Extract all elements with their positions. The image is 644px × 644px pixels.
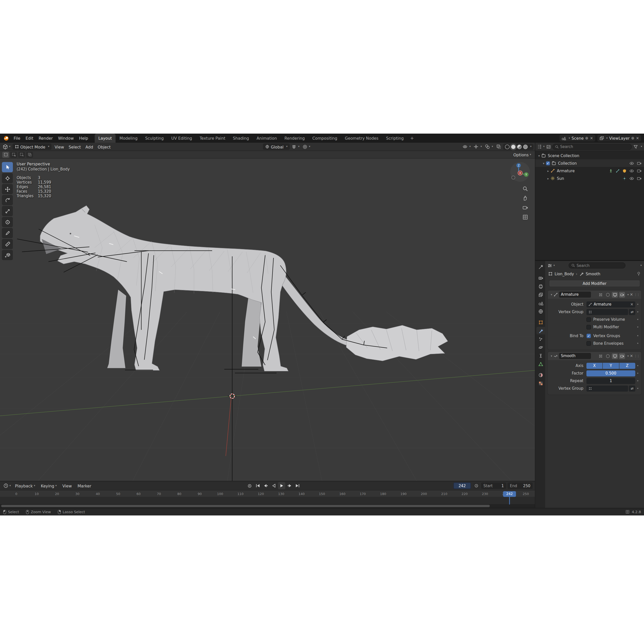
animate-dot[interactable] (635, 373, 640, 374)
workspace-tab[interactable]: Animation (253, 134, 281, 143)
preserve-volume-checkbox[interactable] (586, 317, 591, 322)
transform-orientation-dropdown[interactable]: Global ▾ (263, 143, 290, 150)
measure-tool[interactable] (2, 239, 13, 249)
disclosure-triangle-icon[interactable]: ▾ (537, 154, 541, 157)
cursor-tool[interactable] (2, 173, 13, 183)
menu-item[interactable]: File (11, 134, 23, 143)
animate-dot[interactable] (635, 343, 640, 344)
viewport-menu-item[interactable]: Select (66, 142, 83, 151)
animate-dot[interactable] (635, 388, 640, 389)
overlays-dropdown[interactable]: ▾ (484, 144, 494, 149)
camera-view-icon[interactable] (523, 205, 528, 211)
show-on-cage-toggle[interactable] (598, 292, 604, 298)
workspace-tab[interactable]: Layout (95, 134, 116, 143)
rendered-shading-button[interactable] (523, 144, 528, 149)
workspace-tab[interactable]: Rendering (281, 134, 308, 143)
delete-modifier-icon[interactable]: × (630, 354, 633, 358)
jump-to-start-button[interactable] (254, 482, 261, 489)
timeline-ruler[interactable]: 0102030405060708090100110120130140150160… (0, 490, 535, 497)
panel-expand-icon[interactable]: ▾ (551, 355, 552, 357)
snap-controls[interactable]: ▾ (291, 144, 301, 149)
jump-to-end-button[interactable] (294, 482, 301, 489)
factor-slider[interactable]: 0.500 (586, 370, 635, 376)
delete-modifier-icon[interactable]: × (630, 293, 633, 296)
play-button[interactable] (278, 482, 285, 489)
menu-item[interactable]: Edit (23, 134, 36, 143)
bone-envelopes-checkbox[interactable] (586, 341, 591, 345)
keying-menu[interactable]: Keying▾ (38, 481, 59, 490)
scrollbar-thumb[interactable] (1, 505, 490, 507)
invert-vertex-group-button[interactable]: ⇄ (629, 309, 635, 315)
select-mode-set-button[interactable] (2, 152, 9, 158)
filter-icon[interactable] (634, 144, 638, 149)
eye-icon[interactable] (629, 168, 634, 173)
blender-logo-icon[interactable] (2, 135, 11, 141)
add-cube-tool[interactable] (2, 250, 13, 260)
add-workspace-button[interactable]: + (407, 136, 416, 141)
scale-tool[interactable] (2, 206, 13, 216)
panel-expand-icon[interactable]: ▾ (551, 293, 552, 296)
play-reverse-button[interactable] (270, 482, 277, 489)
tab-view-layer[interactable] (536, 291, 545, 299)
select-mode-intersect-button[interactable] (26, 152, 33, 158)
mode-dropdown[interactable]: Object Mode ▾ (12, 143, 52, 150)
show-in-editmode-toggle[interactable] (605, 292, 611, 298)
viewport-menu-item[interactable]: Add (83, 142, 95, 151)
show-visibility-dropdown[interactable]: ▾ (461, 144, 472, 149)
workspace-tab[interactable]: Shading (229, 134, 253, 143)
render-visibility-camera-icon[interactable] (637, 168, 642, 173)
workspace-tab[interactable]: UV Editing (167, 134, 196, 143)
viewlayer-selector[interactable]: ▾ ViewLayer ⊕ × (597, 135, 641, 142)
show-in-editmode-toggle[interactable] (605, 353, 611, 359)
solid-shading-button[interactable] (511, 144, 515, 149)
vertex-group-field[interactable] (586, 385, 628, 391)
show-in-viewport-toggle[interactable] (612, 353, 618, 359)
axis-z-button[interactable]: Z (619, 363, 635, 369)
tab-texture[interactable] (536, 380, 545, 387)
tab-physics[interactable] (536, 343, 545, 351)
marker-menu[interactable]: Marker (75, 481, 94, 490)
modifier-extras-icon[interactable]: ▾ (627, 293, 629, 296)
workspace-tab[interactable]: Texture Paint (196, 134, 229, 143)
workspace-tab[interactable]: Sculpting (141, 134, 168, 143)
animate-dot[interactable] (635, 380, 640, 382)
workspace-tab[interactable]: Compositing (309, 134, 341, 143)
tab-world[interactable] (536, 308, 545, 315)
show-in-render-toggle[interactable] (619, 292, 625, 298)
modifier-name-field[interactable]: Smooth (559, 353, 591, 359)
current-frame-field[interactable]: 242 (454, 483, 471, 489)
menu-item[interactable]: Window (55, 134, 76, 143)
options-dropdown[interactable]: Options ▾ (512, 152, 533, 157)
remove-viewlayer-icon[interactable]: × (636, 136, 639, 140)
viewport-menu-item[interactable]: Object (95, 142, 113, 151)
show-in-viewport-toggle[interactable] (612, 292, 618, 298)
armature-object-field[interactable]: Armature × (586, 301, 635, 307)
properties-editor-button[interactable]: ▾ (548, 263, 555, 268)
material-preview-button[interactable] (517, 144, 522, 149)
current-frame-indicator[interactable]: 242 (503, 491, 516, 497)
workspace-tab[interactable]: Modeling (116, 134, 141, 143)
tab-object[interactable] (536, 318, 545, 326)
show-on-cage-toggle[interactable] (598, 353, 604, 359)
modifier-name-field[interactable]: Armature (559, 292, 591, 298)
drag-handle-icon[interactable]: ⋮⋮ (634, 293, 639, 296)
tab-tool[interactable] (536, 263, 545, 271)
outliner-row-armature[interactable]: ▸ Armature (535, 167, 644, 175)
breadcrumb-modifier[interactable]: Smooth (586, 272, 600, 276)
unlink-scene-icon[interactable]: × (590, 136, 593, 140)
tab-output[interactable] (536, 283, 545, 290)
annotate-tool[interactable] (2, 228, 13, 238)
tab-particles[interactable] (536, 335, 545, 343)
tab-scene[interactable] (536, 299, 545, 307)
outliner-row-scene-collection[interactable]: ▾ Scene Collection (535, 152, 644, 159)
start-frame-field[interactable]: Start1 (481, 483, 506, 489)
playback-menu[interactable]: Playback▾ (12, 481, 38, 490)
pan-view-icon[interactable] (523, 195, 528, 201)
viewport-menu-item[interactable]: View (52, 142, 66, 151)
properties-search-input[interactable] (577, 263, 623, 268)
transform-tool[interactable] (2, 217, 13, 227)
tab-object-data[interactable] (536, 360, 545, 368)
toggle-ortho-icon[interactable] (523, 214, 528, 220)
viewport-3d[interactable]: User Perspective (242) Collection | Lion… (0, 159, 535, 481)
navigation-gizmo[interactable]: Z Y X (510, 162, 530, 182)
